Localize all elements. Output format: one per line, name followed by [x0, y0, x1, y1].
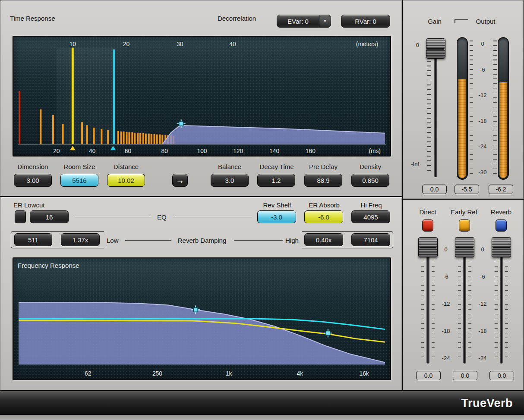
svg-text:80: 80	[161, 148, 168, 154]
trueverb-logo: TrueVerb	[461, 397, 513, 410]
reverb-mute-button[interactable]	[496, 219, 507, 232]
frequency-response-plot[interactable]: 622501k4k16k	[13, 258, 390, 379]
reverb-damping-label: Reverb Damping	[174, 237, 230, 244]
svg-text:100: 100	[197, 148, 207, 154]
gain-scale-inf: -Inf	[404, 161, 419, 167]
early-ref-ticks-right	[468, 243, 471, 360]
svg-text:4k: 4k	[297, 370, 303, 377]
eq-panel: ER Lowcut 16 EQ Rev Shelf ER Absorb Hi F…	[0, 197, 402, 391]
time-response-title: Time Response	[10, 15, 55, 22]
meter-scale-18: -18	[473, 118, 492, 124]
er-absorb-value[interactable]: -6.0	[304, 210, 343, 223]
damping-rule-right	[234, 240, 283, 241]
mixer-panel: Direct Early Ref Reverb 0 -6 -12 -18 -24…	[402, 199, 524, 391]
density-value[interactable]: 0.850	[351, 174, 389, 187]
meter-ticks-left	[470, 41, 473, 177]
svg-text:16k: 16k	[360, 370, 369, 377]
damping-high-label: High	[285, 237, 299, 244]
output-meter-left	[457, 37, 468, 180]
early-ref-ticks-left	[458, 243, 461, 360]
direct-ticks-right	[432, 243, 435, 360]
param-label-density: Density	[351, 163, 390, 170]
reverb-fader-knob[interactable]	[492, 237, 511, 257]
er-lowcut-value[interactable]: 16	[30, 210, 69, 223]
fader-scale-18: -18	[437, 328, 455, 334]
rvar-value: RVar: 0	[355, 18, 376, 25]
fader-scale-right: 0 -6 -12 -18 -24	[474, 246, 491, 361]
chevron-down-icon[interactable]: ▼	[319, 15, 331, 27]
fader-scale-12: -12	[474, 301, 491, 307]
svg-text:(ms): (ms)	[369, 148, 381, 154]
distance-value[interactable]: 10.02	[107, 174, 145, 187]
gain-fader-track[interactable]	[434, 39, 437, 177]
output-meter-right	[498, 37, 509, 180]
damping-low-freq-value[interactable]: 511	[14, 233, 52, 246]
evar-dropdown[interactable]: EVar: 0 ▼	[277, 15, 331, 28]
fader-scale-12: -12	[437, 301, 455, 307]
meter-scale-12: -12	[473, 92, 492, 98]
rvar-button[interactable]: RVar: 0	[341, 15, 390, 28]
svg-text:1k: 1k	[226, 370, 232, 377]
eq-rule-right	[173, 217, 252, 217]
svg-text:140: 140	[269, 148, 279, 154]
reverb-readout[interactable]: 0.0	[489, 371, 514, 380]
param-label-room-size: Room Size	[60, 163, 99, 170]
rev-shelf-value[interactable]: -3.0	[257, 210, 296, 223]
gain-fader-ticks	[427, 42, 431, 175]
decorrelation-label: Decorrelation	[218, 15, 256, 22]
hi-freq-value[interactable]: 4095	[351, 210, 390, 223]
trueverb-window: Time Response Decorrelation EVar: 0 ▼ RV…	[0, 0, 524, 420]
damping-high-ratio-value[interactable]: 0.40x	[304, 233, 343, 246]
direct-ticks-left	[421, 243, 424, 360]
meter-fill-right	[499, 82, 507, 178]
svg-text:40: 40	[89, 148, 96, 154]
er-lowcut-toggle[interactable]	[15, 210, 26, 223]
svg-text:20: 20	[123, 41, 130, 47]
gain-fader-knob[interactable]	[426, 38, 445, 59]
early-ref-readout[interactable]: 0.0	[453, 371, 477, 380]
reverb-ticks-right	[505, 243, 508, 360]
fader-scale-18: -18	[474, 328, 491, 334]
er-absorb-label: ER Absorb	[305, 201, 343, 209]
dimension-value[interactable]: 3.00	[14, 174, 52, 187]
damping-high-freq-value[interactable]: 7104	[351, 233, 390, 246]
svg-text:250: 250	[152, 370, 162, 377]
param-label-pre-delay: Pre Delay	[304, 163, 343, 170]
svg-text:40: 40	[229, 41, 236, 47]
damping-low-label: Low	[107, 237, 119, 244]
direct-readout[interactable]: 0.0	[416, 371, 441, 380]
decay-time-value[interactable]: 1.2	[257, 174, 295, 187]
reverb-label: Reverb	[488, 208, 514, 216]
early-ref-mute-button[interactable]	[459, 219, 470, 232]
meter-scale-24: -24	[473, 143, 492, 150]
eq-rule-left	[75, 217, 152, 217]
fader-scale-6: -6	[474, 273, 491, 280]
fader-scale-24: -24	[474, 355, 491, 361]
fader-scale-left: 0 -6 -12 -18 -24	[437, 246, 455, 361]
link-arrow-button[interactable]: →	[172, 174, 188, 187]
meter-fill-left	[458, 79, 466, 178]
direct-fader-knob[interactable]	[418, 237, 438, 257]
meter-scale-0: 0	[473, 41, 492, 47]
balance-value[interactable]: 3.0	[211, 174, 249, 187]
frequency-response-graph[interactable]: 622501k4k16k Frequency Response	[13, 257, 391, 380]
early-ref-fader-knob[interactable]	[455, 237, 474, 257]
svg-text:30: 30	[177, 41, 183, 47]
room-size-value[interactable]: 5516	[60, 174, 98, 187]
reverb-ticks-left	[495, 243, 498, 360]
direct-mute-button[interactable]	[422, 219, 433, 232]
time-response-graph[interactable]: 10203040(meters)20406080100120140160(ms)	[13, 36, 391, 157]
time-response-plot[interactable]: 10203040(meters)20406080100120140160(ms)	[13, 37, 390, 156]
time-response-panel: Time Response Decorrelation EVar: 0 ▼ RV…	[0, 0, 402, 197]
svg-text:120: 120	[233, 148, 243, 154]
pre-delay-value[interactable]: 88.9	[304, 174, 342, 187]
svg-text:62: 62	[85, 370, 91, 377]
gain-readout[interactable]: 0.0	[422, 185, 447, 194]
meter-right-readout[interactable]: -6.2	[489, 185, 513, 194]
fader-scale-0: 0	[474, 246, 491, 253]
direct-label: Direct	[415, 208, 441, 216]
footer-bar: TrueVerb	[0, 391, 524, 415]
damping-low-ratio-value[interactable]: 1.37x	[61, 233, 100, 246]
fader-scale-24: -24	[437, 355, 455, 361]
meter-left-readout[interactable]: -5.5	[455, 185, 479, 194]
